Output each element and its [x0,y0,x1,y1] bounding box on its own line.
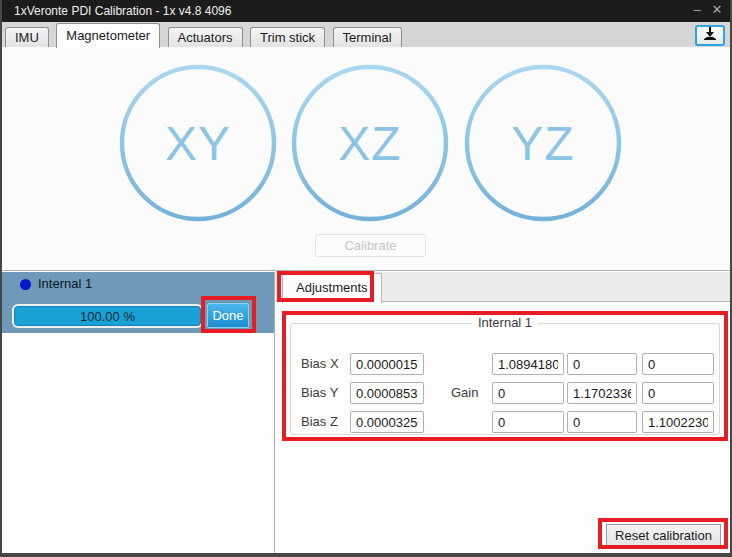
gain-01-input[interactable] [567,353,637,375]
gain-11-input[interactable] [567,382,637,404]
adjustments-panel: Adjustments Internal 1 Bias X Bias Y Bia… [276,272,730,554]
tab-adjustments[interactable]: Adjustments [282,273,382,303]
gain-02-input[interactable] [642,353,714,375]
calibrate-button[interactable]: Calibrate [315,234,426,257]
calibration-area: XY XZ YZ Calibrate [2,47,730,270]
tab-terminal[interactable]: Terminal [333,27,402,48]
bias-y-label: Bias Y [301,382,338,404]
gain-10-input[interactable] [492,382,564,404]
bias-x-input[interactable] [350,353,424,375]
bias-z-label: Bias Z [301,411,338,433]
gain-12-input[interactable] [642,382,714,404]
progress-value: 100.00 % [80,309,135,324]
circle-xy-label: XY [118,63,278,223]
minimize-button[interactable]: – [688,0,706,22]
sensor-list-item[interactable]: Internal 1 100.00 % Done [2,272,274,333]
tab-imu[interactable]: IMU [5,27,49,48]
bias-y-input[interactable] [350,382,424,404]
bottom-section: Internal 1 100.00 % Done Adjustments Int… [2,270,730,553]
circle-xy: XY [118,63,278,223]
gain-00-input[interactable] [492,353,564,375]
close-button[interactable]: ✕ [708,0,726,22]
export-button[interactable] [695,25,725,46]
title-bar: 1xVeronte PDI Calibration - 1x v4.8 4096… [0,0,732,22]
app-window: 1xVeronte PDI Calibration - 1x v4.8 4096… [0,0,732,557]
sensor-list-panel: Internal 1 100.00 % Done [2,272,275,554]
circle-yz-label: YZ [463,63,623,223]
bias-z-input[interactable] [350,411,424,433]
circle-yz: YZ [463,63,623,223]
internal1-groupbox: Internal 1 Bias X Bias Y Bias Z Gain [290,323,720,435]
reset-calibration-button[interactable]: Reset calibration [606,524,721,547]
gain-22-input[interactable] [642,411,714,433]
gain-20-input[interactable] [492,411,564,433]
tab-magnetometer[interactable]: Magnetometer [56,23,160,48]
tab-trim-stick[interactable]: Trim stick [250,27,325,48]
circle-xz-label: XZ [290,63,450,223]
tab-strip: IMU Magnetometer Actuators Trim stick Te… [2,22,730,47]
gain-label: Gain [451,382,478,404]
sensor-status-dot-icon [20,279,31,290]
bias-x-label: Bias X [301,353,339,375]
download-icon [702,26,718,46]
groupbox-title: Internal 1 [472,315,538,330]
circle-xz: XZ [290,63,450,223]
gain-21-input[interactable] [567,411,637,433]
window-title: 1xVeronte PDI Calibration - 1x v4.8 4096 [14,0,231,22]
done-button[interactable]: Done [207,303,249,328]
tab-actuators[interactable]: Actuators [168,27,243,48]
calibration-progress-bar: 100.00 % [12,304,203,328]
sensor-name: Internal 1 [38,276,92,291]
